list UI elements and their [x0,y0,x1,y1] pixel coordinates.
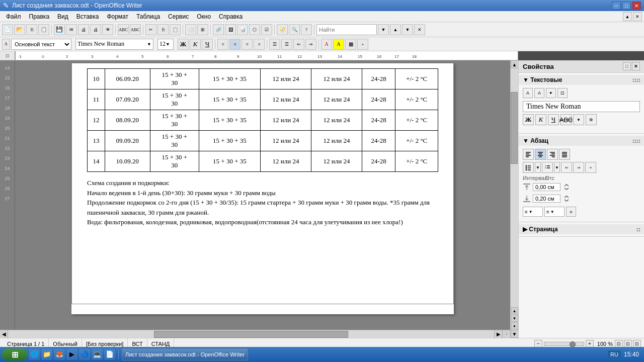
menu-file[interactable]: Файл [2,12,25,21]
panel-list-ordered[interactable]: 1.2. [542,162,553,173]
menu-table[interactable]: Таблица [132,12,164,21]
tb-icon-abc[interactable]: AВС [130,24,141,35]
stranica-icon1[interactable]: □ [637,227,640,232]
print-button[interactable]: 🖨 [90,24,101,35]
scroll-left-btn[interactable]: ◀ [0,330,8,338]
font-icon3[interactable]: ✦ [546,88,556,98]
taskbar-app-icon[interactable]: 💻 [92,349,103,360]
align-left-btn[interactable]: ≡ [217,39,228,50]
panel-list-unordered-dropdown[interactable]: ▼ [535,162,541,173]
font-icon2[interactable]: A [534,88,544,98]
tb-insert2[interactable]: ⊞ [197,24,208,35]
scroll-thumb[interactable] [511,92,518,163]
tb-icon-link[interactable]: 🔗 [213,24,224,35]
panel-expand-icon[interactable]: □ [623,62,631,70]
style-selector[interactable]: Основной текст [11,39,71,50]
panel-list-unordered[interactable] [523,162,534,173]
line-spacing-select[interactable]: ≡ ▼ [523,207,543,217]
scroll-up-button[interactable]: ▲ [511,60,519,68]
scroll-down-button[interactable]: ▼ [511,330,519,338]
textovye-icon2[interactable]: □ [637,77,640,83]
taskbar-media-icon[interactable]: ▶ [66,349,77,360]
spacing-below-input[interactable] [533,195,560,203]
tb-insert1[interactable]: ⬜ [185,24,196,35]
open-button[interactable]: 📂 [14,24,25,35]
scroll-page-down[interactable]: ▼ [511,315,518,322]
panel-list-ordered-dropdown[interactable]: ▼ [554,162,560,173]
stranica-header[interactable]: ▶ Страница □ [519,224,644,234]
taskbar-ie-icon[interactable]: 🌐 [29,349,40,360]
new-button[interactable]: 📄 [2,24,13,35]
textovye-icon1[interactable]: □ [633,77,636,83]
horizontal-scrollbar[interactable]: ◀ ▶ · [0,330,510,338]
spacing-above-input[interactable] [533,183,560,191]
align-justify-btn[interactable]: ≡ [254,39,265,50]
preview-button[interactable]: 👁 [102,24,113,35]
panel-bold-btn[interactable]: Ж [523,114,534,125]
panel-strikethrough-btn[interactable]: AВС [560,114,572,125]
zoom-thumb[interactable] [570,341,576,347]
scroll-selector[interactable]: ● [511,322,518,329]
tb-icon7[interactable]: 🖨 [78,24,89,35]
abzac-icon1[interactable]: □ [633,138,636,144]
highlight-btn[interactable]: A [333,39,344,50]
paste-button[interactable]: 📋 [170,24,181,35]
font-icon1[interactable]: A [523,88,533,98]
char-shading-btn[interactable]: ▩ [345,39,356,50]
restore-button[interactable]: □ [622,2,631,10]
minimize-button[interactable]: ─ [612,2,621,10]
menu-service[interactable]: Сервис [164,12,193,21]
menu-insert[interactable]: Вставка [72,12,103,21]
scroll-right-btn[interactable]: ▶ [494,330,502,338]
panel-extra-icon[interactable]: ⊕ [586,114,597,125]
paragraph-more-btn[interactable]: » [566,207,576,217]
panel-indent-dec[interactable]: ⇐ [561,162,572,173]
ruler-corner-icon[interactable]: ⊡ [6,53,10,58]
underline-button[interactable]: Ч [202,39,213,50]
scroll-track[interactable] [511,68,518,307]
styles-icon[interactable]: A [2,39,10,50]
panel-align-left[interactable] [523,149,534,160]
spellcheck-button[interactable]: ABC [118,24,129,35]
font-color-btn[interactable]: A [321,39,332,50]
align-right-btn[interactable]: ≡ [242,39,253,50]
panel-align-center[interactable] [535,149,546,160]
panel-close-icon[interactable]: ✕ [632,62,640,70]
vertical-scrollbar[interactable]: ▲ ▲ ▼ ● ▼ [510,60,518,338]
toolbar-icon-right[interactable]: ▲ [623,12,632,21]
tb-icon-form[interactable]: ☑ [261,24,272,35]
tb-icon-help[interactable]: ? [301,24,312,35]
align-center-btn[interactable]: ≡ [229,39,240,50]
menu-help[interactable]: Справка [215,12,247,21]
font-icon4[interactable]: ⊡ [557,88,568,98]
scroll-page-up[interactable]: ▲ [511,307,518,314]
italic-button[interactable]: К [190,39,201,50]
menu-edit[interactable]: Правка [25,12,54,21]
start-button[interactable]: ⊞ [2,348,27,360]
abzac-icon2[interactable]: □ [637,138,640,144]
tb-icon4[interactable]: 📋 [38,24,49,35]
font-size-dropdown[interactable]: ▼ [166,42,170,47]
bold-button[interactable]: Ж [178,39,189,50]
cut-button[interactable]: ✂ [145,24,156,35]
panel-indent-more[interactable]: » [585,162,596,173]
paragraph-spacing-select[interactable]: ≡ ▼ [544,207,565,217]
close-button[interactable]: ✕ [632,2,641,10]
spacing-below-spin[interactable] [562,195,571,203]
panel-indent-inc[interactable]: ⇒ [573,162,584,173]
taskbar-explorer-icon[interactable]: 📁 [41,349,52,360]
tb-icon6[interactable]: ✉ [66,24,77,35]
menu-format[interactable]: Формат [103,12,132,21]
panel-align-justify[interactable] [559,149,570,160]
indent-increase[interactable]: ⇒ [305,39,316,50]
save-button[interactable]: 💾 [54,24,65,35]
more-btn[interactable]: » [357,39,368,50]
menu-window[interactable]: Окно [193,12,215,21]
find-close[interactable]: ✕ [414,24,425,35]
taskbar-firefox-icon[interactable]: 🦊 [54,349,65,360]
copy-button[interactable]: ⎘ [157,24,169,35]
list-ordered-btn[interactable]: ☰ [281,39,292,50]
abzac-header[interactable]: ▼ Абзац □ □ [519,136,644,146]
menu-view[interactable]: Вид [53,12,72,21]
indent-decrease[interactable]: ⇐ [293,39,304,50]
